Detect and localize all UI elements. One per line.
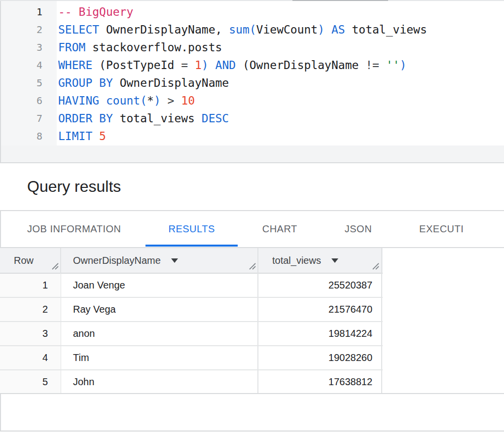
row-number-cell: 3 <box>0 322 61 345</box>
code-token: * <box>147 94 154 107</box>
tab-label: JSON <box>345 223 372 235</box>
column-menu-arrow-icon[interactable] <box>171 258 178 263</box>
table-row: 5John17638812 <box>0 370 383 395</box>
code-token: ORDER BY <box>58 112 113 125</box>
owner-display-name-cell: John <box>61 370 258 394</box>
total-views-cell: 19028260 <box>258 346 383 369</box>
line-number: 7 <box>1 109 42 127</box>
table-row: 1Joan Venge25520387 <box>0 274 383 298</box>
table-header-row: Row OwnerDisplayName total_views <box>0 248 383 274</box>
query-results-header: Query results <box>0 163 504 210</box>
table-row: 4Tim19028260 <box>0 346 383 370</box>
tab-job-information[interactable]: JOB INFORMATION <box>3 211 144 247</box>
code-token: count( <box>99 94 147 107</box>
line-numbers: 12345678 <box>1 3 42 145</box>
column-label: total_views <box>272 248 321 273</box>
code-token: ViewCount <box>256 23 318 36</box>
column-resize-handle-icon[interactable] <box>51 262 59 272</box>
tab-executi[interactable]: EXECUTI <box>396 211 487 247</box>
line-number: 8 <box>1 127 42 145</box>
table-bottom-border <box>0 393 504 394</box>
code-token: ) <box>154 94 161 107</box>
code-token: 1 <box>195 59 202 72</box>
code-token: AS <box>324 23 345 36</box>
code-token: OwnerDisplayName <box>113 76 229 89</box>
row-number-cell: 1 <box>0 274 61 297</box>
code-token: ) <box>399 59 406 72</box>
code-line[interactable]: SELECT OwnerDisplayName, sum(ViewCount) … <box>58 21 427 38</box>
results-table: Row OwnerDisplayName total_views 1Jo <box>0 247 504 394</box>
code-token <box>92 130 99 143</box>
row-number-cell: 2 <box>0 298 61 321</box>
code-token <box>222 23 229 36</box>
code-token: ) <box>202 59 209 72</box>
code-line[interactable]: WHERE (PostTypeId = 1) AND (OwnerDisplay… <box>58 56 427 74</box>
column-resize-handle-icon[interactable] <box>248 262 256 272</box>
owner-display-name-cell: Joan Venge <box>61 274 258 297</box>
sql-editor[interactable]: 12345678 -- BigQuerySELECT OwnerDisplayN… <box>1 1 504 145</box>
code-token: OwnerDisplayName, <box>99 23 222 36</box>
code-token: '' <box>386 59 400 72</box>
code-token: LIMIT <box>58 130 92 143</box>
total-views-cell: 17638812 <box>258 370 383 394</box>
tab-chart[interactable]: CHART <box>239 211 321 247</box>
column-label: Row <box>14 248 34 273</box>
owner-display-name-cell: Ray Vega <box>61 298 258 321</box>
code-token: total_views <box>113 112 195 125</box>
total-views-cell: 21576470 <box>258 298 383 321</box>
query-results-title: Query results <box>27 163 121 210</box>
code-token: (PostTypeId <box>92 59 181 72</box>
code-token: -- BigQuery <box>58 5 133 18</box>
code-token: WHERE <box>58 59 92 72</box>
code-token: sum( <box>229 23 256 36</box>
code-token: AND <box>209 59 236 72</box>
total-views-cell: 19814224 <box>258 322 383 345</box>
code-token: > <box>161 94 181 107</box>
tab-json[interactable]: JSON <box>321 211 396 247</box>
line-number: 2 <box>1 21 42 38</box>
sql-code[interactable]: -- BigQuerySELECT OwnerDisplayName, sum(… <box>58 3 427 145</box>
table-row: 3anon19814224 <box>0 322 383 346</box>
line-number: 5 <box>1 74 42 92</box>
line-number: 4 <box>1 56 42 74</box>
code-token: total_views <box>345 23 427 36</box>
code-line[interactable]: ORDER BY total_views DESC <box>58 109 427 127</box>
code-token: stackoverflow.posts <box>85 41 222 54</box>
code-token: (OwnerDisplayName <box>236 59 365 72</box>
code-token: 10 <box>181 94 195 107</box>
code-line[interactable]: HAVING count(*) > 10 <box>58 92 427 109</box>
code-token: DESC <box>195 112 229 125</box>
line-number: 3 <box>1 38 42 56</box>
tab-results[interactable]: RESULTS <box>144 211 238 247</box>
code-token: = <box>181 59 195 72</box>
code-line[interactable]: -- BigQuery <box>58 3 427 21</box>
active-tab-underline <box>145 245 237 247</box>
code-token: != <box>365 59 386 72</box>
tab-label: JOB INFORMATION <box>27 223 121 235</box>
tab-label: EXECUTI <box>419 223 464 235</box>
table-row: 2Ray Vega21576470 <box>0 298 383 322</box>
code-token: GROUP BY <box>58 76 113 89</box>
code-line[interactable]: FROM stackoverflow.posts <box>58 38 427 56</box>
code-line[interactable]: LIMIT 5 <box>58 127 427 145</box>
total-views-cell: 25520387 <box>258 274 383 297</box>
code-token: HAVING <box>58 94 99 107</box>
column-resize-handle-icon[interactable] <box>371 262 379 272</box>
tab-label: CHART <box>262 223 297 235</box>
column-label: OwnerDisplayName <box>73 248 161 273</box>
tab-label: RESULTS <box>168 223 215 235</box>
column-header-ownerdisplayname: OwnerDisplayName <box>61 248 258 273</box>
code-line[interactable]: GROUP BY OwnerDisplayName <box>58 74 427 92</box>
owner-display-name-cell: Tim <box>61 346 258 369</box>
code-token: 5 <box>99 130 106 143</box>
row-number-cell: 4 <box>0 346 61 369</box>
line-number: 1 <box>1 3 42 21</box>
column-menu-arrow-icon[interactable] <box>331 258 338 263</box>
code-token: FROM <box>58 41 85 54</box>
editor-bottom-strip <box>1 145 504 162</box>
results-tab-bar: JOB INFORMATIONRESULTSCHARTJSONEXECUTI <box>3 211 487 247</box>
code-token: ) <box>318 23 324 36</box>
line-number: 6 <box>1 92 42 109</box>
code-token: SELECT <box>58 23 99 36</box>
column-header-total-views: total_views <box>258 248 383 273</box>
